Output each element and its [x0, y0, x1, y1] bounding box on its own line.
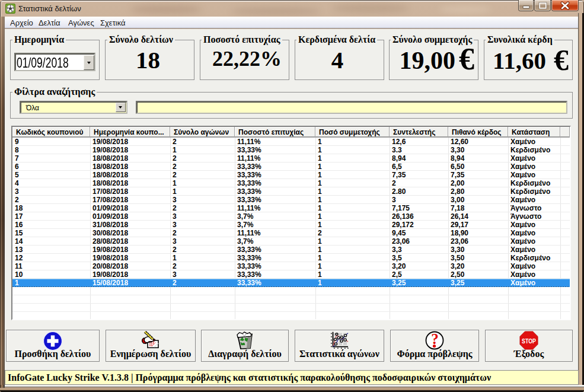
- svg-text:STOP: STOP: [522, 337, 536, 345]
- svg-text:?: ?: [431, 331, 439, 347]
